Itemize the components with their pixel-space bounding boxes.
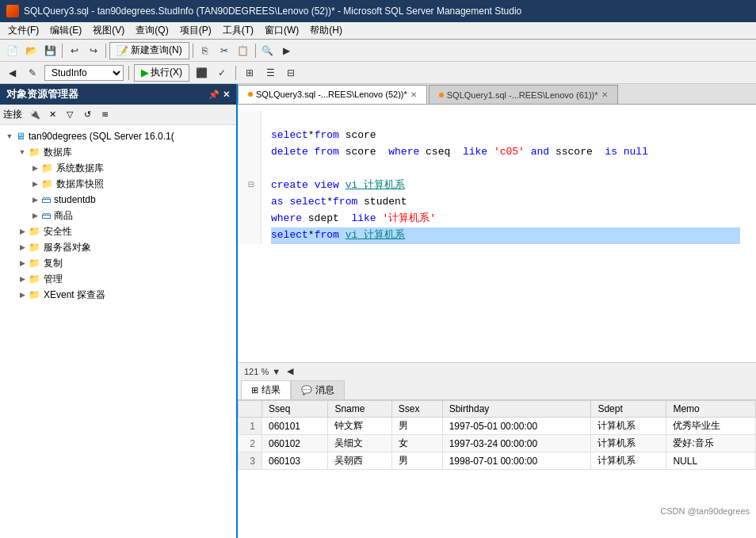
row3-sseq[interactable]: 060103 (262, 452, 328, 470)
tree-item-xevent[interactable]: ▶ 📁 XEvent 探查器 (0, 287, 236, 303)
code-editor[interactable]: select*from score delete from score wher… (262, 111, 750, 244)
disconnect-btn[interactable]: ✕ (44, 107, 60, 123)
open-btn[interactable]: 📂 (22, 42, 40, 59)
tree-expand-databases[interactable]: ▼ (16, 146, 29, 158)
row3-memo[interactable]: NULL (666, 452, 756, 470)
tab-sqlquery3-close[interactable]: ✕ (410, 90, 417, 99)
code-line-1 (271, 111, 740, 128)
tree-expand-snapshots[interactable]: ▶ (29, 177, 41, 190)
row3-ssex[interactable]: 男 (391, 452, 442, 470)
col-header-rownum (239, 401, 262, 418)
row1-sname[interactable]: 钟文辉 (328, 418, 391, 435)
menu-tools[interactable]: 工具(T) (218, 22, 258, 39)
row2-ssex[interactable]: 女 (391, 435, 442, 452)
results-tab-grid[interactable]: ⊞ 结果 (241, 380, 291, 399)
toolbar2-btn3[interactable]: ⊞ (241, 64, 258, 82)
menu-help[interactable]: 帮助(H) (305, 22, 347, 39)
cut-btn[interactable]: ✂ (216, 42, 233, 59)
debug-btn[interactable]: ▶ (278, 42, 296, 59)
sidebar-close-btn[interactable]: ✕ (223, 90, 230, 100)
tree-expand-products[interactable]: ▶ (29, 209, 41, 222)
tab-sqlquery1[interactable]: SQLQuery1.sql -...REES\Lenovo (61))* ✕ (429, 85, 618, 104)
row3-sdept[interactable]: 计算机系 (591, 452, 666, 470)
row2-sname[interactable]: 吴细文 (328, 435, 391, 452)
tab-sqlquery3[interactable]: SQLQuery3.sql -...REES\Lenovo (52))* ✕ (238, 85, 427, 104)
title-text: SQLQuery3.sql - tan90degrees.StudInfo (T… (24, 6, 521, 17)
tree-expand-server-objects[interactable]: ▶ (16, 241, 29, 254)
row1-memo[interactable]: 优秀毕业生 (666, 418, 756, 435)
row2-sbirthday[interactable]: 1997-03-24 00:00:00 (442, 435, 591, 452)
toolbar2-btn1[interactable]: ◀ (3, 64, 21, 82)
tree-expand-security[interactable]: ▶ (16, 225, 29, 238)
col-header-sbirthday[interactable]: Sbirthday (442, 401, 591, 418)
results-table-container[interactable]: Sseq Sname Ssex Sbirthday Sdept Memo 1 0… (238, 400, 756, 538)
col-header-sseq[interactable]: Sseq (262, 401, 328, 418)
tab-sqlquery1-close[interactable]: ✕ (601, 90, 608, 99)
tab-sqlquery1-label: SQLQuery1.sql -...REES\Lenovo (61))* (447, 90, 598, 100)
zoom-dropdown[interactable]: ▼ (272, 367, 281, 376)
editor-area[interactable]: ⊟ select*from score delete from score wh… (238, 105, 756, 362)
row2-sseq[interactable]: 060102 (262, 435, 328, 452)
new-query-btn[interactable]: 📝 新建查询(N) (109, 42, 189, 59)
connect-btn[interactable]: 🔌 (27, 107, 43, 123)
menu-query[interactable]: 查询(Q) (131, 22, 173, 39)
col-header-sname[interactable]: Sname (328, 401, 391, 418)
new-file-btn[interactable]: 📄 (3, 42, 21, 59)
copy-btn[interactable]: ⎘ (197, 42, 214, 59)
row2-sdept[interactable]: 计算机系 (591, 435, 666, 452)
stop-btn[interactable]: ⬛ (193, 64, 210, 82)
col-header-memo[interactable]: Memo (666, 401, 756, 418)
results-tab-messages[interactable]: 💬 消息 (291, 380, 345, 399)
tree-item-studentdb[interactable]: ▶ 🗃 studentdb (0, 192, 236, 208)
tree-item-sysdb[interactable]: ▶ 📁 系统数据库 (0, 160, 236, 176)
tree-expand-sysdb[interactable]: ▶ (29, 162, 41, 174)
tree-item-server-objects[interactable]: ▶ 📁 服务器对象 (0, 239, 236, 255)
sidebar-props-btn[interactable]: ≋ (97, 107, 113, 123)
menu-project[interactable]: 项目(P) (175, 22, 216, 39)
parse-btn[interactable]: ✓ (213, 64, 231, 82)
tree-expand-management[interactable]: ▶ (16, 273, 29, 285)
menu-edit[interactable]: 编辑(E) (45, 22, 86, 39)
sidebar-refresh-btn[interactable]: ↺ (79, 107, 95, 123)
sidebar-filter-btn[interactable]: ▽ (62, 107, 78, 123)
row2-memo[interactable]: 爱好:音乐 (666, 435, 756, 452)
tree-expand-xevent[interactable]: ▶ (16, 288, 29, 301)
search-btn[interactable]: 🔍 (259, 42, 277, 59)
col-header-sdept[interactable]: Sdept (591, 401, 666, 418)
row1-sdept[interactable]: 计算机系 (591, 418, 666, 435)
tree-expand-studentdb[interactable]: ▶ (29, 193, 41, 206)
tree-item-databases[interactable]: ▼ 📁 数据库 (0, 144, 236, 160)
menu-view[interactable]: 视图(V) (88, 22, 129, 39)
tree-container: ▼ 🖥 tan90degrees (SQL Server 16.0.1( ▼ 📁… (0, 125, 236, 538)
tree-item-replication[interactable]: ▶ 📁 复制 (0, 255, 236, 271)
paste-btn[interactable]: 📋 (235, 42, 252, 59)
tree-item-security[interactable]: ▶ 📁 安全性 (0, 223, 236, 239)
toolbar2-btn2[interactable]: ✎ (24, 64, 41, 82)
results-msg-label: 消息 (315, 383, 334, 397)
tree-item-products[interactable]: ▶ 🗃 商品 (0, 208, 236, 223)
toolbar2-btn5[interactable]: ⊟ (282, 64, 300, 82)
save-btn[interactable]: 💾 (41, 42, 59, 59)
scroll-left-btn[interactable]: ◀ (287, 366, 293, 376)
table-row: 3 060103 吴朝西 男 1998-07-01 00:00:00 计算机系 … (239, 452, 756, 470)
menu-window[interactable]: 窗口(W) (260, 22, 304, 39)
tree-expand-server[interactable]: ▼ (3, 130, 16, 143)
tree-expand-replication[interactable]: ▶ (16, 257, 29, 269)
execute-btn[interactable]: ▶ 执行(X) (134, 64, 189, 82)
tree-item-server[interactable]: ▼ 🖥 tan90degrees (SQL Server 16.0.1( (0, 128, 236, 144)
results-msg-icon: 💬 (301, 385, 312, 395)
row3-sbirthday[interactable]: 1998-07-01 00:00:00 (442, 452, 591, 470)
sidebar-pin-btn[interactable]: 📌 (208, 90, 220, 100)
row1-sbirthday[interactable]: 1997-05-01 00:00:00 (442, 418, 591, 435)
redo-btn[interactable]: ↪ (85, 42, 102, 59)
row1-ssex[interactable]: 男 (391, 418, 442, 435)
tree-item-management[interactable]: ▶ 📁 管理 (0, 271, 236, 287)
undo-btn[interactable]: ↩ (66, 42, 83, 59)
row3-sname[interactable]: 吴朝西 (328, 452, 391, 470)
col-header-ssex[interactable]: Ssex (391, 401, 442, 418)
tree-item-snapshots[interactable]: ▶ 📁 数据库快照 (0, 176, 236, 192)
toolbar2-btn4[interactable]: ☰ (262, 64, 279, 82)
row1-sseq[interactable]: 060101 (262, 418, 328, 435)
database-select[interactable]: StudInfo (44, 65, 124, 81)
menu-file[interactable]: 文件(F) (3, 22, 44, 39)
